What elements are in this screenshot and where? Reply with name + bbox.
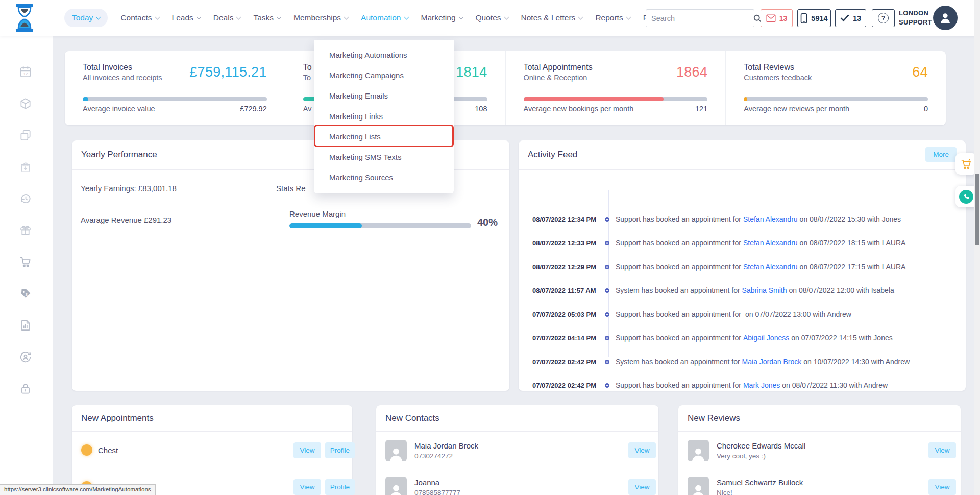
email-notifications-badge[interactable]: 13 xyxy=(761,9,793,27)
profile-button[interactable]: Profile xyxy=(325,479,355,495)
envelope-icon xyxy=(766,14,776,22)
timeline-dot-icon xyxy=(605,241,609,245)
menu-item-marketing-lists[interactable]: Marketing Lists xyxy=(314,127,454,147)
reviewer-name: Samuel Schwartz Bullock xyxy=(717,478,803,487)
nav-item-tasks[interactable]: Tasks xyxy=(253,13,281,22)
revenue-margin-label: Revenue Margin xyxy=(289,209,346,218)
stat-footer-value: 0 xyxy=(924,105,928,113)
nav-item-deals[interactable]: Deals xyxy=(213,13,241,22)
nav-item-reports[interactable]: Reports xyxy=(595,13,630,22)
menu-item-marketing-emails[interactable]: Marketing Emails xyxy=(314,86,454,106)
view-button[interactable]: View xyxy=(628,442,656,458)
timeline-dot-icon xyxy=(605,360,609,364)
chevron-down-icon xyxy=(196,14,201,19)
menu-item-marketing-sources[interactable]: Marketing Sources xyxy=(314,168,454,188)
progress-bar xyxy=(744,97,928,101)
contact-name: Joanna xyxy=(414,478,439,487)
nav-item-notes-letters[interactable]: Notes & Letters xyxy=(521,13,583,22)
stat-title: Total Appointments xyxy=(524,63,593,72)
activity-feed-panel: Activity Feed More 08/07/2022 12:34 PM S… xyxy=(519,140,966,391)
nav-item-marketing[interactable]: Marketing xyxy=(421,13,463,22)
contact-link[interactable]: Sabrina Smith xyxy=(742,286,787,294)
sidebar-bag-download-icon[interactable] xyxy=(19,160,32,174)
feed-timestamp: 08/07/2022 11:57 AM xyxy=(532,287,599,294)
nav-item-today[interactable]: Today xyxy=(64,9,108,27)
appointment-label: Chest xyxy=(98,446,118,455)
stat-footer-value: £729.92 xyxy=(240,105,266,113)
sidebar-copy-icon[interactable] xyxy=(19,129,32,142)
progress-bar xyxy=(524,97,708,101)
cart-icon xyxy=(960,158,972,170)
person-icon xyxy=(938,10,953,26)
menu-item-marketing-automations[interactable]: Marketing Automations xyxy=(314,45,454,65)
stat-footer-label: Av xyxy=(303,105,312,113)
contact-link[interactable]: Stefan Alexandru xyxy=(743,263,798,271)
stat-subtitle: Customers feedback xyxy=(744,74,812,82)
app-logo-hourglass-icon[interactable] xyxy=(14,4,35,32)
search-input[interactable] xyxy=(646,14,752,22)
feed-item: 08/07/2022 12:33 PM Support has booked a… xyxy=(532,237,958,248)
status-bar-url: https://server3.clinicsoftware.com/Marke… xyxy=(0,484,156,495)
sidebar-history-icon[interactable] xyxy=(19,192,32,205)
scrollbar-thumb[interactable] xyxy=(975,174,979,245)
revenue-margin-percent: 40% xyxy=(477,217,498,228)
row-divider xyxy=(81,472,343,472)
sidebar-cart-icon[interactable] xyxy=(19,255,32,269)
more-button[interactable]: More xyxy=(925,147,957,162)
nav-item-leads[interactable]: Leads xyxy=(172,13,201,22)
nav-item-memberships[interactable]: Memberships xyxy=(293,13,348,22)
sidebar-gift-icon[interactable] xyxy=(19,224,32,237)
help-button[interactable]: ? xyxy=(872,9,895,27)
menu-item-marketing-sms-texts[interactable]: Marketing SMS Texts xyxy=(314,147,454,168)
sidebar-products-box-icon[interactable] xyxy=(19,97,32,110)
contact-link[interactable]: Abigail Joness xyxy=(743,334,789,342)
row-divider xyxy=(385,472,649,472)
view-button[interactable]: View xyxy=(928,479,956,495)
sidebar-price-tag-icon[interactable]: $ xyxy=(19,287,32,300)
view-button[interactable]: View xyxy=(293,442,321,458)
reviewer-name: Cherokee Edwards Mccall xyxy=(717,441,805,450)
contact-link[interactable]: Maia Jordan Brock xyxy=(742,358,802,366)
feed-item: 07/07/2022 04:14 PM Support has booked a… xyxy=(532,332,958,343)
stat-footer-label: Average new reviews per month xyxy=(744,105,849,113)
timeline-dot-icon xyxy=(605,288,609,293)
stats-partial-label: Stats Re xyxy=(276,184,306,193)
stat-value: 1814 xyxy=(456,64,487,80)
contact-name: Maia Jordan Brock xyxy=(414,441,478,450)
sidebar-lock-icon[interactable] xyxy=(19,382,32,395)
sidebar-calendar-icon[interactable]: 12 xyxy=(19,65,32,79)
user-avatar[interactable] xyxy=(933,6,958,30)
automation-dropdown-menu: Marketing Automations Marketing Campaign… xyxy=(314,40,454,193)
contact-link[interactable]: Mark Jones xyxy=(743,381,780,389)
panel-title: New Contacts xyxy=(376,405,658,432)
question-mark-icon: ? xyxy=(878,13,889,23)
view-button[interactable]: View xyxy=(628,479,656,495)
chevron-down-icon xyxy=(277,14,282,19)
nav-item-quotes[interactable]: Quotes xyxy=(476,13,508,22)
profile-button[interactable]: Profile xyxy=(325,442,355,458)
feed-timestamp: 08/07/2022 12:33 PM xyxy=(532,239,599,247)
tasks-badge[interactable]: 13 xyxy=(835,9,866,27)
view-button[interactable]: View xyxy=(928,442,956,458)
review-row: Samuel Schwartz Bullock Nice! View xyxy=(688,477,951,495)
nav-item-contacts[interactable]: Contacts xyxy=(120,13,159,22)
nav-item-automation[interactable]: Automation xyxy=(361,13,408,22)
checkmark-icon xyxy=(840,14,849,22)
feed-timestamp: 07/07/2022 04:14 PM xyxy=(532,334,599,342)
sidebar-report-icon[interactable] xyxy=(19,319,32,332)
clinic-location-label: LONDON SUPPORT xyxy=(899,9,932,27)
stats-row: Total Invoices All invoices and receipts… xyxy=(65,51,946,125)
appointment-row: Chest View Profile xyxy=(81,440,343,469)
scrollbar-track[interactable] xyxy=(974,0,980,495)
contact-link[interactable]: Stefan Alexandru xyxy=(743,239,798,247)
menu-item-marketing-links[interactable]: Marketing Links xyxy=(314,106,454,127)
sms-badge[interactable]: 5914 xyxy=(797,9,831,27)
contact-link[interactable]: Stefan Alexandru xyxy=(743,215,798,223)
sidebar-account-sync-icon[interactable] xyxy=(19,350,32,364)
average-revenue: Avarage Revenue £291.23 xyxy=(81,216,172,224)
view-button[interactable]: View xyxy=(293,479,321,495)
stat-title: To xyxy=(303,63,312,72)
feed-item: 08/07/2022 12:29 PM Support has booked a… xyxy=(532,261,958,272)
review-text: Nice! xyxy=(717,489,732,495)
menu-item-marketing-campaigns[interactable]: Marketing Campaigns xyxy=(314,65,454,86)
